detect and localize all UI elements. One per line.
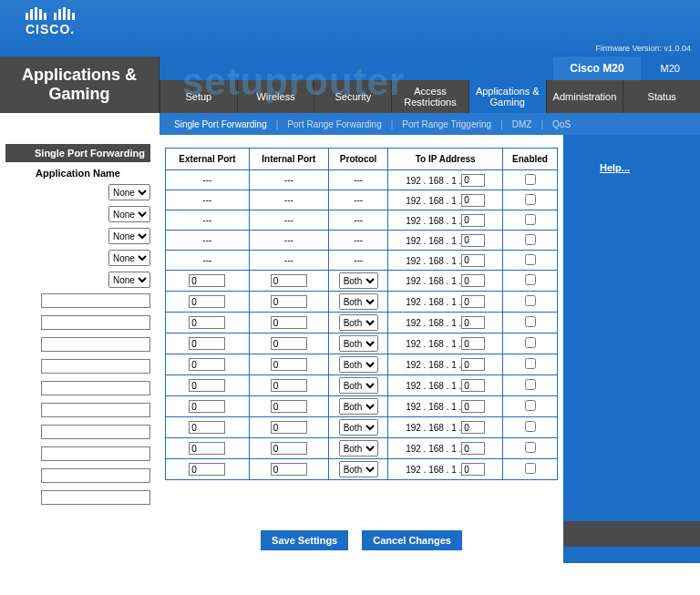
enabled-checkbox[interactable] (525, 274, 536, 285)
enabled-checkbox[interactable] (525, 400, 536, 411)
app-name-input[interactable] (41, 468, 150, 483)
internal-port-input[interactable] (271, 400, 307, 413)
external-port-input[interactable] (189, 463, 225, 476)
ip-octet-input[interactable] (461, 400, 485, 413)
app-preset-select[interactable]: None (108, 184, 150, 200)
enabled-checkbox[interactable] (525, 421, 536, 432)
protocol-select[interactable]: Both (339, 335, 378, 352)
ip-octet-input[interactable] (461, 316, 485, 329)
protocol-select[interactable]: Both (339, 398, 378, 415)
tab-administration[interactable]: Administration (546, 80, 623, 113)
app-name-input[interactable] (41, 315, 150, 330)
subtab-port-range-triggering[interactable]: Port Range Triggering (402, 119, 491, 129)
enabled-checkbox[interactable] (525, 337, 536, 348)
internal-port-input[interactable] (271, 421, 307, 434)
help-link[interactable]: Help... (600, 162, 630, 173)
model-code: M20 (641, 56, 700, 80)
ip-octet-input[interactable] (461, 379, 485, 392)
tab-wireless[interactable]: Wireless (237, 80, 314, 113)
protocol-select[interactable]: Both (339, 440, 378, 457)
external-port-input[interactable] (189, 295, 225, 308)
table-row: ---------192 . 168 . 1 . (166, 210, 558, 231)
app-name-input[interactable] (41, 359, 150, 374)
ip-octet-input[interactable] (461, 421, 485, 434)
app-name-input[interactable] (41, 293, 150, 308)
internal-port-input[interactable] (271, 337, 307, 350)
internal-port-input[interactable] (271, 316, 307, 329)
enabled-checkbox[interactable] (525, 214, 536, 225)
external-port-input[interactable] (189, 358, 225, 371)
subtab-single-port-forwarding[interactable]: Single Port Forwarding (174, 119, 267, 129)
ip-octet-input[interactable] (461, 234, 485, 247)
app-name-input[interactable] (41, 381, 150, 395)
ip-octet-input[interactable] (461, 442, 485, 455)
ip-octet-input[interactable] (461, 337, 485, 350)
page-title: Applications & Gaming (0, 56, 160, 113)
app-name-input[interactable] (41, 403, 150, 417)
cancel-button[interactable]: Cancel Changes (362, 530, 462, 550)
external-port-input[interactable] (189, 379, 225, 392)
internal-port-input[interactable] (271, 442, 307, 455)
tab-security[interactable]: Security (314, 80, 391, 113)
internal-port-input[interactable] (271, 274, 307, 287)
tab-applications-gaming[interactable]: Applications & Gaming (468, 80, 546, 113)
enabled-checkbox[interactable] (525, 295, 536, 306)
external-port-input[interactable] (189, 421, 225, 434)
internal-port-input[interactable] (271, 463, 307, 476)
enabled-checkbox[interactable] (525, 194, 536, 205)
internal-port-input[interactable] (271, 358, 307, 371)
subtab-dmz[interactable]: DMZ (512, 119, 532, 129)
ip-octet-input[interactable] (461, 463, 485, 476)
enabled-checkbox[interactable] (525, 442, 536, 453)
ip-octet-input[interactable] (461, 214, 485, 227)
ip-octet-input[interactable] (461, 174, 485, 187)
protocol-select[interactable]: Both (339, 293, 378, 310)
app-preset-select[interactable]: None (108, 250, 150, 266)
save-button[interactable]: Save Settings (261, 530, 348, 550)
protocol-select[interactable]: Both (339, 314, 378, 331)
ip-octet-input[interactable] (461, 194, 485, 207)
help-sidebar: Help... (563, 135, 700, 521)
enabled-checkbox[interactable] (525, 358, 536, 369)
enabled-checkbox[interactable] (525, 254, 536, 265)
table-row: Both192 . 168 . 1 . (166, 313, 558, 333)
protocol-select[interactable]: Both (339, 461, 378, 477)
internal-port-input[interactable] (271, 379, 307, 392)
app-name-input[interactable] (41, 425, 150, 439)
internal-port-input[interactable] (271, 295, 307, 308)
app-name-input[interactable] (41, 446, 150, 461)
enabled-checkbox[interactable] (525, 234, 536, 245)
col-external: External Port (166, 149, 250, 170)
ip-octet-input[interactable] (461, 295, 485, 308)
protocol-select[interactable]: Both (339, 377, 378, 394)
tab-access-restrictions[interactable]: Access Restrictions (391, 80, 468, 113)
app-preset-select[interactable]: None (108, 206, 150, 222)
enabled-checkbox[interactable] (525, 379, 536, 390)
external-port-input[interactable] (189, 337, 225, 350)
enabled-checkbox[interactable] (525, 316, 536, 327)
tab-status[interactable]: Status (623, 80, 700, 113)
external-port-input[interactable] (189, 400, 225, 413)
col-internal: Internal Port (249, 149, 328, 170)
tab-setup[interactable]: Setup (160, 80, 237, 113)
app-preset-select[interactable]: None (108, 272, 150, 288)
app-name-input[interactable] (41, 490, 150, 505)
enabled-checkbox[interactable] (525, 174, 536, 185)
table-row: Both192 . 168 . 1 . (166, 354, 558, 375)
protocol-select[interactable]: Both (339, 272, 378, 289)
ip-octet-input[interactable] (461, 254, 485, 267)
external-port-input[interactable] (189, 442, 225, 455)
external-port-input[interactable] (189, 316, 225, 329)
brand-text: CISCO. (26, 22, 75, 36)
subtab-port-range-forwarding[interactable]: Port Range Forwarding (287, 119, 381, 129)
port-forward-table: External Port Internal Port Protocol To … (165, 148, 558, 480)
protocol-select[interactable]: Both (339, 419, 378, 436)
app-name-input[interactable] (41, 337, 150, 352)
ip-octet-input[interactable] (461, 358, 485, 371)
subtab-qos[interactable]: QoS (552, 119, 571, 129)
external-port-input[interactable] (189, 274, 225, 287)
ip-octet-input[interactable] (461, 274, 485, 287)
protocol-select[interactable]: Both (339, 356, 378, 373)
enabled-checkbox[interactable] (525, 463, 536, 474)
app-preset-select[interactable]: None (108, 228, 150, 244)
